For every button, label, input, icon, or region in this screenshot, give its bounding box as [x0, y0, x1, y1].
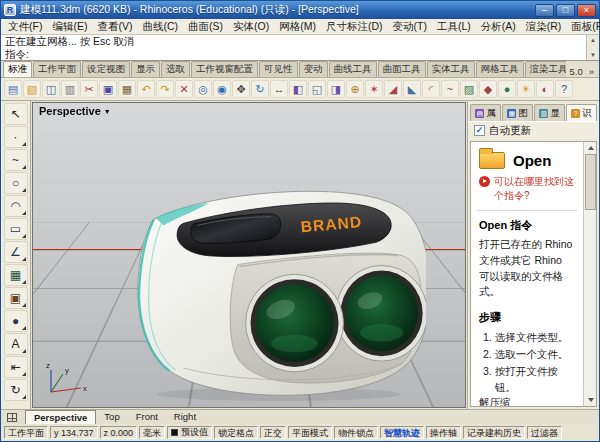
trim-icon[interactable]: ◢ [384, 80, 402, 98]
scroll-up-icon[interactable]: ▲ [590, 37, 596, 43]
point-icon[interactable]: ∙ [4, 126, 28, 148]
viewport-title-menu[interactable]: Perspective ▼ [39, 105, 111, 117]
menu-item[interactable]: 文件(F) [3, 20, 47, 34]
ribbon-tab[interactable]: 渲染工具 [525, 61, 567, 77]
save-icon[interactable]: ◫ [42, 80, 60, 98]
viewport-tab[interactable]: Right [166, 410, 204, 424]
sphere-icon[interactable]: ● [4, 310, 28, 332]
ribbon-tab[interactable]: 工作视窗配置 [191, 61, 258, 77]
light-icon[interactable]: ☀ [517, 80, 535, 98]
scale-icon[interactable]: ◱ [308, 80, 326, 98]
close-button[interactable]: × [577, 4, 596, 17]
paste-icon[interactable]: ▦ [118, 80, 136, 98]
status-toggle[interactable]: 智慧轨迹 [380, 426, 424, 439]
ribbon-tab[interactable]: 选取 [161, 61, 190, 77]
copy-object-icon[interactable]: ◧ [289, 80, 307, 98]
ribbon-tab[interactable]: 可见性 [259, 61, 298, 77]
zoom-window-icon[interactable]: ◉ [213, 80, 231, 98]
zoom-extents-icon[interactable]: ◎ [194, 80, 212, 98]
status-field[interactable]: z 0.000 [100, 426, 138, 439]
menu-item[interactable]: 实体(O) [228, 20, 274, 34]
status-toggle[interactable]: 物件锁点 [334, 426, 378, 439]
viewport-perspective[interactable]: Perspective ▼ [32, 102, 466, 408]
viewport-tab[interactable]: Perspective [25, 410, 96, 424]
delete-icon[interactable]: ✕ [175, 80, 193, 98]
status-toggle[interactable]: 记录建构历史 [463, 426, 525, 439]
scroll-down-icon[interactable]: ▼ [590, 52, 596, 58]
print-icon[interactable]: ▥ [61, 80, 79, 98]
status-toggle[interactable]: 锁定格点 [214, 426, 258, 439]
polyline-icon[interactable]: ∠ [4, 241, 28, 263]
open-file-icon[interactable]: ▧ [23, 80, 41, 98]
status-toggle[interactable]: 平面模式 [288, 426, 332, 439]
menu-item[interactable]: 曲线(C) [137, 20, 183, 34]
move-icon[interactable]: ↔ [270, 80, 288, 98]
menu-item[interactable]: 分析(A) [476, 20, 521, 34]
tab-overflow-chevron[interactable]: » [586, 66, 597, 77]
ribbon-tab[interactable]: 实体工具 [427, 61, 475, 77]
status-toggle[interactable]: 过滤器 [527, 426, 562, 439]
solid-tool-icon[interactable]: ◆ [479, 80, 497, 98]
menu-item[interactable]: 面板(P) [566, 20, 600, 34]
status-field[interactable]: 毫米 [139, 426, 165, 439]
arc-icon[interactable]: ◠ [4, 195, 28, 217]
menu-item[interactable]: 变动(T) [388, 20, 432, 34]
cut-icon[interactable]: ✂ [80, 80, 98, 98]
help-icon[interactable]: ? [555, 80, 573, 98]
scroll-up-icon[interactable] [585, 142, 596, 154]
help-scrollbar[interactable] [583, 142, 596, 406]
status-field[interactable]: y 134.737 [50, 426, 98, 439]
surface-tool-icon[interactable]: ▨ [460, 80, 478, 98]
auto-update-checkbox[interactable]: ✓ [474, 125, 485, 136]
3d-model[interactable]: BRAND [93, 167, 426, 401]
panel-tab-properties[interactable]: ▤ 属 [470, 104, 501, 121]
menu-item[interactable]: 编辑(E) [47, 20, 92, 34]
copy-icon[interactable]: ▣ [99, 80, 117, 98]
command-scrollbar[interactable]: ▲ ▼ [586, 35, 599, 60]
command-prompt[interactable]: 指令: [1, 48, 599, 61]
menu-item[interactable]: 工具(L) [432, 20, 476, 34]
viewport-pages-icon[interactable] [7, 413, 17, 422]
text-icon[interactable]: A [4, 333, 28, 355]
ribbon-tab[interactable]: 显示 [131, 61, 160, 77]
fillet-icon[interactable]: ◜ [422, 80, 440, 98]
status-toggle[interactable]: 操作轴 [426, 426, 461, 439]
menu-item[interactable]: 渲染(R) [521, 20, 567, 34]
surface-icon[interactable]: ▦ [4, 264, 28, 286]
viewport-dropdown-icon[interactable]: ▼ [104, 108, 111, 115]
select-arrow-icon[interactable]: ↖ [4, 103, 28, 125]
ribbon-tab[interactable]: 曲线工具 [329, 61, 377, 77]
scroll-down-icon[interactable] [585, 394, 596, 406]
title-bar[interactable]: R 建模111.3dm (6620 KB) - Rhinoceros (Educ… [1, 1, 599, 19]
menu-item[interactable]: 曲面(S) [183, 20, 228, 34]
ribbon-tab[interactable]: 变动 [299, 61, 328, 77]
render-icon[interactable]: ● [498, 80, 516, 98]
find-command-link[interactable]: 可以在哪里找到这个指令? [471, 175, 583, 208]
undo-icon[interactable]: ↶ [137, 80, 155, 98]
panel-tab-display[interactable]: ▥ 显 [534, 104, 565, 121]
curve-tool-icon[interactable]: ~ [441, 80, 459, 98]
rotate-view-icon[interactable]: ↻ [251, 80, 269, 98]
pan-icon[interactable]: ✥ [232, 80, 250, 98]
ribbon-tab[interactable]: 标准 [3, 61, 32, 77]
menu-item[interactable]: 网格(M) [274, 20, 321, 34]
curve-icon[interactable]: ~ [4, 149, 28, 171]
explode-icon[interactable]: ✶ [365, 80, 383, 98]
panel-tab-layers[interactable]: ▦ 图 [502, 104, 533, 121]
ribbon-tab[interactable]: 网格工具 [476, 61, 524, 77]
menu-item[interactable]: 查看(V) [92, 20, 137, 34]
maximize-button[interactable]: □ [556, 4, 575, 17]
panel-tab-help[interactable]: ? 识 [566, 104, 597, 121]
ribbon-tab[interactable]: 设定视图 [82, 61, 130, 77]
redo-icon[interactable]: ↷ [156, 80, 174, 98]
new-file-icon[interactable]: ▤ [4, 80, 22, 98]
box-icon[interactable]: ▣ [4, 287, 28, 309]
split-icon[interactable]: ◣ [403, 80, 421, 98]
viewport-tab[interactable]: Front [128, 410, 166, 424]
transform-icon[interactable]: ↻ [4, 379, 28, 401]
current-layer[interactable]: 预设值 [167, 426, 212, 439]
status-toggle[interactable]: 正交 [260, 426, 286, 439]
viewport-tab[interactable]: Top [96, 410, 127, 424]
status-field[interactable]: 工作平面 [4, 426, 48, 439]
menu-item[interactable]: 尺寸标注(D) [321, 20, 388, 34]
